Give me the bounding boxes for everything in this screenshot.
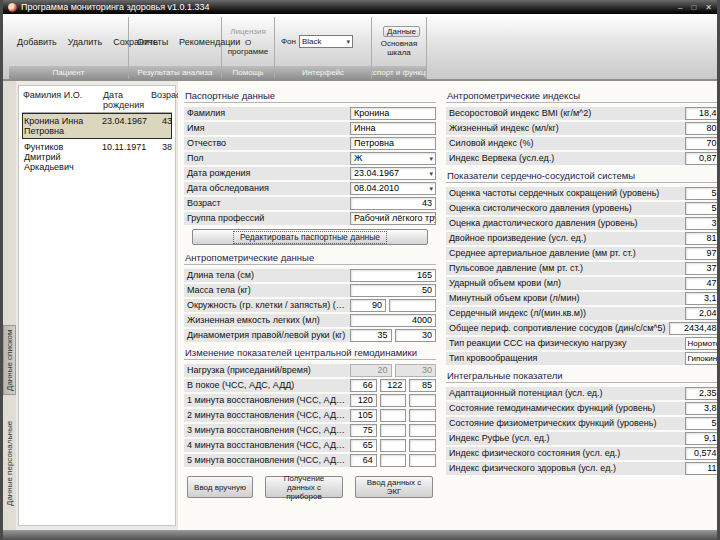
min3-sbp-field[interactable]	[380, 424, 407, 437]
main-scale-button[interactable]: Основная шкала	[376, 39, 422, 57]
field-row: Возраст43	[184, 197, 436, 210]
column-header-birthdate[interactable]: Дата рождения	[103, 90, 151, 110]
circulation-type-value: Гипокинетический	[688, 354, 720, 363]
manual-input-button[interactable]: Ввод вручную	[187, 476, 253, 498]
chest-circumference-field[interactable]: 90	[350, 299, 386, 312]
min5-dbp-field[interactable]	[409, 454, 436, 467]
license-button: Лицензия	[230, 27, 266, 36]
rest-sbp-field[interactable]: 122	[380, 379, 407, 392]
metric-row: Индекс Руфье (усл. ед.)9,160 %	[446, 432, 720, 445]
minimize-button[interactable]: –	[678, 3, 682, 12]
about-button[interactable]: О программе	[226, 38, 270, 56]
patient-row[interactable]: Фунтиков Дмитрий Аркадьевич 10.11.1971 3…	[22, 139, 172, 175]
firstname-field[interactable]: Инна	[350, 122, 436, 135]
maximize-button[interactable]: □	[691, 3, 696, 12]
min1-sbp-field[interactable]	[380, 394, 407, 407]
metric-label: Силовой индекс (%)	[446, 137, 685, 150]
middlename-field[interactable]: Петровна	[350, 137, 436, 150]
body-length-field[interactable]: 165	[350, 269, 436, 282]
metric-value[interactable]: 3,8	[685, 402, 720, 415]
metric-label: Индекс физического состояния (усл. ед.)	[446, 447, 685, 460]
min2-sbp-field[interactable]	[380, 409, 407, 422]
field-row: Длина тела (см)165	[184, 269, 436, 282]
wrist-circumference-field[interactable]	[389, 299, 436, 312]
metric-value[interactable]: 5	[685, 202, 720, 215]
age-field[interactable]: 43	[350, 197, 436, 210]
rest-hr-field[interactable]: 66	[350, 379, 377, 392]
background-color-select[interactable]: Black ▾	[299, 35, 353, 48]
metric-value[interactable]: 18,4	[685, 107, 720, 120]
tab-data-list[interactable]: Данные списком	[3, 325, 16, 395]
min3-hr-field[interactable]: 75	[350, 424, 377, 437]
metric-value[interactable]: 3,1	[685, 292, 720, 305]
min5-hr-field[interactable]: 64	[350, 454, 377, 467]
min4-sbp-field[interactable]	[380, 439, 407, 452]
field-label: Жизненная емкость легких (мл)	[184, 314, 350, 327]
column-header-age[interactable]: Возраст	[151, 90, 173, 110]
metric-row: Адаптационный потенциал (усл. ед.)2,3510…	[446, 387, 720, 400]
metric-value[interactable]: 2,35	[685, 387, 720, 400]
profession-group-select[interactable]: Рабочий лёгкого тру▾	[350, 212, 436, 225]
add-button[interactable]: Добавить	[17, 37, 57, 47]
metric-label: Оценка частоты сердечных сокращений (уро…	[446, 187, 685, 200]
field-label: Масса тела (кг)	[184, 284, 350, 297]
min3-dbp-field[interactable]	[409, 424, 436, 437]
field-row: 3 минута восстановления (ЧСС, АДС, АДД)7…	[184, 424, 436, 437]
metric-value[interactable]: 2,04	[685, 307, 720, 320]
metric-value[interactable]: 3	[685, 217, 720, 230]
metric-value[interactable]: 5	[685, 417, 720, 430]
min1-dbp-field[interactable]	[409, 394, 436, 407]
gender-select[interactable]: Ж▾	[350, 152, 436, 165]
body-mass-field[interactable]: 50	[350, 284, 436, 297]
metric-row: Индекс Вервека (усл.ед.)0,87100 %	[446, 152, 720, 165]
lung-capacity-field[interactable]: 4000	[350, 314, 436, 327]
ccc-reaction-type-select[interactable]: Нормотонический тип▾	[685, 337, 720, 350]
metric-value[interactable]: 5	[685, 187, 720, 200]
ecg-input-button[interactable]: Ввод данных с ЭКГ	[355, 476, 433, 498]
metric-label: Оценка диастолического давления (уровень…	[446, 217, 685, 230]
column-header-name[interactable]: Фамилия И.О.	[23, 90, 103, 110]
titlebar: Программа мониторинга здоровья v1.0.1.33…	[3, 0, 717, 14]
toolbar-group-label: Результаты анализа	[129, 66, 221, 79]
min2-dbp-field[interactable]	[409, 409, 436, 422]
background-field-label: Фон	[281, 37, 296, 46]
birthdate-select[interactable]: 23.04.1967▾	[350, 167, 436, 180]
dynamometry-left-field[interactable]: 30	[395, 329, 437, 342]
circulation-type-select[interactable]: Гипокинетический▾	[685, 352, 720, 365]
min1-hr-field[interactable]: 120	[350, 394, 377, 407]
min4-hr-field[interactable]: 65	[350, 439, 377, 452]
metric-value[interactable]: 70	[685, 137, 720, 150]
metric-value[interactable]: 0,574	[685, 447, 720, 460]
device-data-button[interactable]: Получение данных с приборов	[265, 476, 343, 498]
patient-row[interactable]: Кронина Инна Петровна 23.04.1967 43	[22, 113, 172, 139]
lastname-field[interactable]: Кронина	[350, 107, 436, 120]
metric-value[interactable]: 97	[685, 247, 720, 260]
min2-hr-field[interactable]: 105	[350, 409, 377, 422]
rest-dbp-field[interactable]: 85	[409, 379, 436, 392]
metric-value[interactable]: 2434,48	[669, 322, 720, 335]
metric-value[interactable]: 9,1	[685, 432, 720, 445]
field-label: Дата обследования	[184, 182, 350, 195]
metric-value[interactable]: 81	[685, 232, 720, 245]
toolbar-group-interface: Фон Black ▾ Интерфейс	[275, 17, 372, 79]
metric-value[interactable]: 80	[685, 122, 720, 135]
dynamometry-right-field[interactable]: 35	[350, 329, 392, 342]
metric-value[interactable]: 37	[685, 262, 720, 275]
tab-data-personal[interactable]: Данные персональные	[3, 399, 16, 527]
exam-date-select[interactable]: 08.04.2010▾	[350, 182, 436, 195]
metric-value[interactable]: 47	[685, 277, 720, 290]
metric-label: Индекс физического здоровья (усл. ед.)	[446, 462, 685, 475]
section-title-passport: Паспортные данные	[184, 88, 436, 103]
data-button[interactable]: Данные	[383, 26, 420, 37]
metric-value[interactable]: 11	[685, 462, 720, 475]
min4-dbp-field[interactable]	[409, 439, 436, 452]
field-row: 2 минута восстановления (ЧСС, АДС, АДД)1…	[184, 409, 436, 422]
field-label: Дата рождения	[184, 167, 350, 180]
edit-passport-button[interactable]: Редактировать паспортные данные	[192, 229, 428, 245]
reports-button[interactable]: Отчеты	[137, 37, 168, 47]
delete-button[interactable]: Удалить	[68, 37, 102, 47]
close-button[interactable]: ✕	[705, 3, 712, 12]
metric-value[interactable]: 0,87	[685, 152, 720, 165]
field-row: ФамилияКронина	[184, 107, 436, 120]
min5-sbp-field[interactable]	[380, 454, 407, 467]
